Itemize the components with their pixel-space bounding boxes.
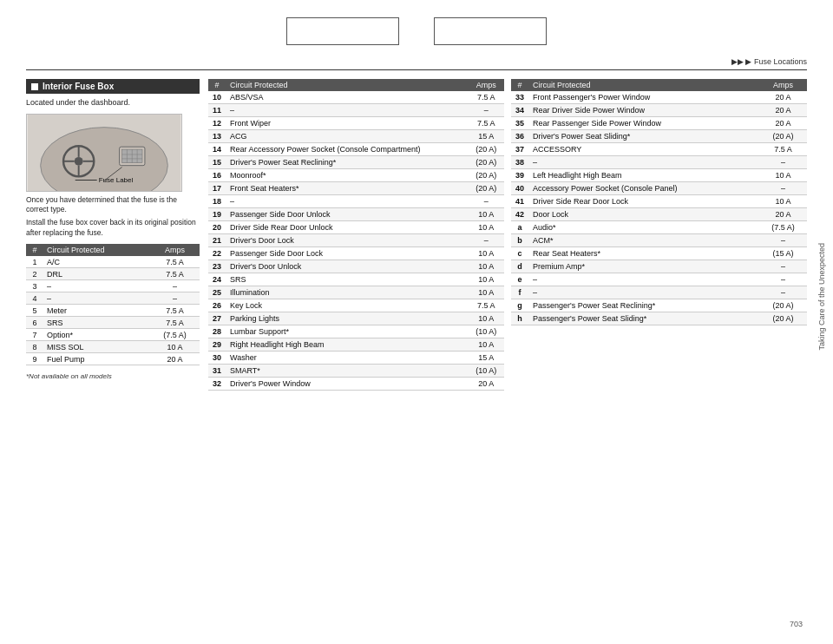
table-row: 27 Parking Lights 10 A <box>208 312 504 325</box>
table-row: 4 – – <box>26 292 200 305</box>
row-amps: 20 A <box>759 208 807 221</box>
row-amps: (10 A) <box>469 325 504 338</box>
row-num: 26 <box>208 299 226 312</box>
row-amps: 7.5 A <box>469 299 504 312</box>
row-circuit: Rear Driver Side Power Window <box>528 104 759 117</box>
row-num: g <box>511 299 528 312</box>
row-circuit: Right Headlight High Beam <box>226 338 469 352</box>
row-amps: (7.5 A) <box>150 329 200 341</box>
row-amps: 7.5 A <box>469 117 504 130</box>
row-amps: – <box>469 104 504 117</box>
table-row: 22 Passenger Side Door Lock 10 A <box>208 247 504 260</box>
row-num: 34 <box>511 104 528 117</box>
row-circuit: Illumination <box>226 286 469 299</box>
row-amps: – <box>759 234 807 247</box>
fuse-image-box: Fuse Label <box>26 114 182 192</box>
row-amps: – <box>469 234 504 247</box>
row-amps: 10 A <box>469 221 504 234</box>
table-row: 18 – – <box>208 195 504 208</box>
row-num: 4 <box>26 292 43 305</box>
row-circuit: Driver's Door Unlock <box>226 260 469 273</box>
row-num: c <box>511 247 528 260</box>
row-amps: – <box>759 286 807 299</box>
table-row: b ACM* – <box>511 234 807 247</box>
row-circuit: – <box>226 104 469 117</box>
row-amps: 10 A <box>469 312 504 325</box>
row-amps: 7.5 A <box>469 91 504 104</box>
row-amps: 10 A <box>469 273 504 286</box>
row-amps: 10 A <box>759 169 807 182</box>
row-amps: 7.5 A <box>150 256 200 268</box>
row-circuit: Fuel Pump <box>43 353 150 365</box>
row-num: 14 <box>208 143 226 156</box>
row-num: 23 <box>208 260 226 273</box>
right-circuit-table: # Circuit Protected Amps 33 Front Passen… <box>511 79 807 325</box>
row-amps: 10 A <box>469 247 504 260</box>
row-circuit: Option* <box>43 329 150 341</box>
row-num: 29 <box>208 338 226 352</box>
row-circuit: Accessory Power Socket (Console Panel) <box>528 182 759 195</box>
row-circuit: Passenger Side Door Unlock <box>226 208 469 221</box>
row-num: 5 <box>26 305 43 317</box>
row-circuit: – <box>528 156 759 169</box>
row-circuit: Driver's Power Window <box>226 378 469 391</box>
row-circuit: Front Wiper <box>226 117 469 130</box>
row-num: 9 <box>26 353 43 365</box>
sidebar-label: Taking Care of the Unexpected <box>817 243 826 351</box>
row-amps: (20 A) <box>469 182 504 195</box>
row-amps: 10 A <box>469 260 504 273</box>
row-circuit: – <box>43 292 150 305</box>
row-amps: 7.5 A <box>150 317 200 329</box>
row-num: 1 <box>26 256 43 268</box>
row-circuit: A/C <box>43 256 150 268</box>
row-num: 18 <box>208 195 226 208</box>
footnote: *Not available on all models <box>26 372 200 380</box>
fuse-sub-text-2: Install the fuse box cover back in its o… <box>26 218 200 239</box>
table-row: 1 A/C 7.5 A <box>26 256 200 268</box>
row-circuit: – <box>43 280 150 292</box>
table-row: c Rear Seat Heaters* (15 A) <box>511 247 807 260</box>
row-circuit: SRS <box>226 273 469 286</box>
row-num: 31 <box>208 365 226 378</box>
row-circuit: Door Lock <box>528 208 759 221</box>
table-row: 11 – – <box>208 104 504 117</box>
row-amps: 10 A <box>150 341 200 353</box>
table-row: 32 Driver's Power Window 20 A <box>208 378 504 391</box>
table-row: 9 Fuel Pump 20 A <box>26 353 200 365</box>
section-title: Interior Fuse Box <box>26 79 200 94</box>
row-amps: (20 A) <box>469 156 504 169</box>
row-amps: – <box>759 156 807 169</box>
row-circuit: Washer <box>226 352 469 365</box>
row-amps: – <box>150 292 200 305</box>
row-amps: (15 A) <box>759 247 807 260</box>
row-amps: 20 A <box>759 91 807 104</box>
row-num: 36 <box>511 130 528 143</box>
top-boxes <box>26 17 807 45</box>
row-amps: (20 A) <box>759 312 807 325</box>
row-num: 17 <box>208 182 226 195</box>
row-amps: (10 A) <box>469 365 504 378</box>
row-amps: (20 A) <box>759 130 807 143</box>
table-row: 19 Passenger Side Door Unlock 10 A <box>208 208 504 221</box>
table-row: 8 MISS SOL 10 A <box>26 341 200 353</box>
row-num: 24 <box>208 273 226 286</box>
row-circuit: ACM* <box>528 234 759 247</box>
table-row: 25 Illumination 10 A <box>208 286 504 299</box>
table-row: 34 Rear Driver Side Power Window 20 A <box>511 104 807 117</box>
table-row: 24 SRS 10 A <box>208 273 504 286</box>
table-row: 13 ACG 15 A <box>208 130 504 143</box>
table-row: 17 Front Seat Heaters* (20 A) <box>208 182 504 195</box>
row-amps: 15 A <box>469 352 504 365</box>
row-num: 2 <box>26 268 43 280</box>
table-row: 2 DRL 7.5 A <box>26 268 200 280</box>
row-num: 12 <box>208 117 226 130</box>
table-row: 10 ABS/VSA 7.5 A <box>208 91 504 104</box>
row-circuit: MISS SOL <box>43 341 150 353</box>
row-num: d <box>511 260 528 273</box>
row-amps: 15 A <box>469 130 504 143</box>
row-num: 16 <box>208 169 226 182</box>
row-circuit: Passenger Side Door Lock <box>226 247 469 260</box>
row-circuit: Key Lock <box>226 299 469 312</box>
middle-table-wrap: # Circuit Protected Amps 10 ABS/VSA 7.5 … <box>208 79 504 391</box>
left-table-header-circuit: Circuit Protected <box>43 244 150 256</box>
